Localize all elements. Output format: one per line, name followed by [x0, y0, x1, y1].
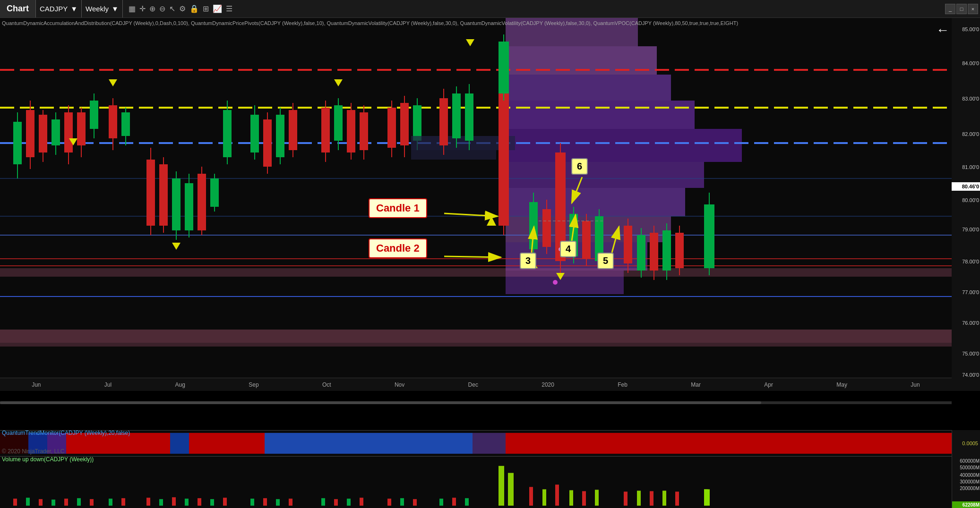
svg-text:62208M: 62208M — [963, 502, 980, 508]
svg-rect-12 — [0, 343, 952, 347]
minimize-button[interactable]: _ — [945, 4, 955, 14]
svg-rect-163 — [223, 498, 227, 506]
svg-rect-173 — [400, 498, 404, 506]
svg-text:200000M: 200000M — [960, 486, 980, 491]
time-label-may: May — [836, 381, 847, 388]
svg-rect-174 — [413, 499, 417, 506]
zoom-out-icon[interactable]: ⊖ — [159, 4, 165, 13]
svg-rect-124 — [952, 18, 980, 391]
horizontal-scrollbar[interactable] — [0, 401, 952, 404]
svg-rect-169 — [334, 499, 338, 506]
timeframe-dropdown-icon: ▼ — [112, 5, 119, 13]
svg-rect-154 — [90, 499, 94, 506]
svg-rect-145 — [265, 433, 473, 454]
svg-rect-152 — [64, 499, 68, 506]
time-label-jun2: Jun — [911, 381, 920, 388]
candle2-label: Candle 2 — [369, 238, 427, 258]
svg-rect-176 — [452, 498, 456, 506]
svg-rect-165 — [263, 498, 267, 506]
svg-rect-168 — [321, 498, 325, 506]
timeframe-selector[interactable]: Weekly ▼ — [82, 0, 123, 17]
svg-text:76.00'0: 76.00'0 — [962, 320, 979, 326]
svg-rect-167 — [289, 499, 292, 506]
zoom-in-icon[interactable]: ⊕ — [149, 4, 155, 13]
trend-monitor-label: QuantumTrendMonitor(CADJPY (Weekly),20,f… — [2, 430, 130, 436]
number-5-label: 5 — [597, 253, 614, 269]
svg-rect-83 — [411, 150, 496, 160]
time-label-feb: Feb — [618, 381, 628, 388]
timeframe-value: Weekly — [86, 5, 109, 13]
symbol-value: CADJPY — [40, 5, 68, 13]
svg-text:75.00'0: 75.00'0 — [962, 351, 979, 356]
restore-button[interactable]: □ — [956, 4, 967, 14]
toolbar: ▦ ✛ ⊕ ⊖ ↖ ⚙ 🔒 ⊞ 📈 ☰ — [123, 4, 945, 13]
svg-rect-4 — [506, 101, 695, 129]
svg-text:300000M: 300000M — [960, 479, 980, 484]
number-6-label: 6 — [571, 158, 588, 175]
svg-text:79.00'0: 79.00'0 — [962, 227, 979, 232]
svg-text:80.00'0: 80.00'0 — [962, 197, 979, 203]
time-label-2020: 2020 — [542, 381, 554, 388]
volume-axis: 600000M 500000M 400000M 300000M 200000M … — [952, 456, 980, 508]
candle1-label: Candle 1 — [369, 198, 427, 218]
settings-icon[interactable]: ⚙ — [179, 4, 186, 13]
chart-icon[interactable]: 📈 — [213, 4, 222, 13]
svg-rect-192 — [704, 489, 710, 506]
svg-rect-179 — [508, 473, 514, 506]
svg-rect-181 — [542, 489, 546, 506]
svg-rect-6 — [506, 162, 704, 188]
time-axis: Jun Jul Aug Sep Oct Nov Dec 2020 Feb Mar… — [0, 378, 952, 391]
copyright-text: © 2020 NinjaTrader, LLC — [2, 448, 64, 455]
time-label-aug: Aug — [175, 381, 185, 388]
svg-rect-184 — [582, 491, 586, 506]
lock-icon[interactable]: 🔒 — [189, 4, 199, 13]
svg-rect-156 — [121, 498, 125, 506]
svg-rect-180 — [529, 487, 533, 506]
svg-rect-162 — [210, 499, 214, 506]
list-icon[interactable]: ☰ — [226, 4, 232, 13]
svg-rect-172 — [387, 499, 391, 506]
trend-monitor-chart — [0, 431, 952, 456]
svg-rect-170 — [347, 499, 351, 506]
svg-rect-11 — [0, 330, 952, 343]
svg-rect-146 — [473, 433, 506, 454]
svg-rect-158 — [159, 499, 163, 506]
number-3-label: 3 — [520, 253, 536, 269]
svg-rect-151 — [52, 500, 55, 506]
svg-rect-171 — [360, 498, 363, 506]
pointer-icon[interactable]: ↖ — [169, 4, 175, 13]
svg-rect-160 — [185, 499, 189, 506]
svg-rect-175 — [439, 499, 443, 506]
svg-text:80.46'0: 80.46'0 — [962, 184, 979, 189]
close-button[interactable]: × — [968, 4, 978, 14]
window-controls: _ □ × — [945, 4, 980, 14]
svg-rect-3 — [506, 75, 671, 101]
svg-rect-186 — [624, 491, 628, 506]
time-label-dec: Dec — [468, 381, 478, 388]
svg-rect-155 — [109, 499, 112, 506]
svg-rect-190 — [675, 491, 679, 506]
chart-title: Chart — [0, 0, 36, 17]
back-arrow-button[interactable]: ← — [936, 23, 949, 38]
time-label-apr: Apr — [764, 381, 773, 388]
time-label-mar: Mar — [691, 381, 701, 388]
svg-rect-166 — [276, 499, 280, 506]
time-label-jun1: Jun — [32, 381, 41, 388]
svg-text:85.00'0: 85.00'0 — [962, 26, 979, 32]
symbol-selector[interactable]: CADJPY ▼ — [36, 0, 82, 17]
grid-icon[interactable]: ⊞ — [203, 4, 209, 13]
time-label-nov: Nov — [395, 381, 404, 388]
svg-rect-144 — [189, 433, 265, 454]
svg-point-121 — [553, 280, 558, 285]
svg-text:400000M: 400000M — [960, 473, 980, 478]
trend-value: 0.0005 — [962, 440, 978, 446]
crosshair-icon[interactable]: ✛ — [139, 4, 146, 13]
bar-chart-icon[interactable]: ▦ — [129, 4, 136, 13]
svg-rect-177 — [465, 498, 469, 506]
svg-rect-143 — [170, 433, 189, 454]
svg-text:81.00'0: 81.00'0 — [962, 164, 979, 170]
svg-rect-150 — [39, 499, 43, 506]
svg-rect-13 — [0, 268, 952, 277]
volume-chart — [0, 457, 952, 508]
svg-rect-1 — [506, 18, 638, 46]
